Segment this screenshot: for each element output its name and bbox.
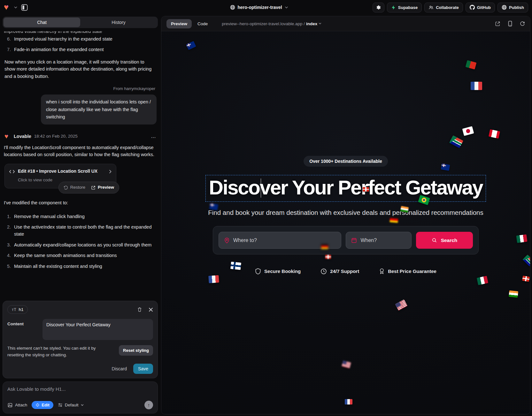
refresh-icon[interactable] xyxy=(520,21,525,26)
publish-globe-icon xyxy=(502,5,507,10)
edit-version-card[interactable]: Edit #18 • Improve Location Scroll UX Cl… xyxy=(4,164,116,188)
list-item: 6. Improved visual hierarchy in the expa… xyxy=(4,35,157,42)
flag-in-icon xyxy=(509,291,518,298)
list-item: 7. Fade-in animation for the expanded co… xyxy=(4,46,157,53)
flag-mx-icon xyxy=(516,234,528,243)
edit-mode-toggle[interactable]: Edit xyxy=(32,401,53,409)
chat-history-tabs: Chat History xyxy=(3,17,158,28)
reset-styling-button[interactable]: Reset styling xyxy=(119,345,153,356)
discard-button[interactable]: Discard xyxy=(112,366,127,371)
hero-title[interactable]: Discover Your Perfect Getaway xyxy=(209,176,483,199)
sidebar-toggle-button[interactable] xyxy=(20,3,29,12)
close-editor-button[interactable] xyxy=(149,307,153,312)
settings-button[interactable] xyxy=(373,3,384,12)
feature-secure-booking: Secure Booking xyxy=(255,268,301,275)
flag-de-icon xyxy=(321,244,328,249)
publish-button[interactable]: Publish xyxy=(497,3,528,12)
flag-ch-icon xyxy=(363,187,369,192)
search-button[interactable]: Search xyxy=(416,232,473,249)
feature-best-price: Best Price Guarantee xyxy=(379,268,436,275)
preview-url[interactable]: preview--hero-optimizer-travel.lovable.a… xyxy=(222,21,321,26)
features-row: Secure Booking 24/7 Support Best Price G… xyxy=(255,268,436,275)
tab-preview[interactable]: Preview xyxy=(166,19,192,28)
logo-chevron-down-icon[interactable] xyxy=(14,6,17,9)
mobile-view-icon[interactable] xyxy=(508,21,512,26)
assistant-list-modified: 1.Remove the manual click handling 2.Use… xyxy=(4,213,157,270)
chat-scroll-area[interactable]: Improved visual hierarchy in the expande… xyxy=(3,28,158,301)
project-chevron-down-icon xyxy=(285,6,288,9)
preview-panel: Preview Code preview--hero-optimizer-tra… xyxy=(161,16,530,414)
attach-button[interactable]: Attach xyxy=(7,403,27,408)
lovable-logo-heart-icon[interactable]: ♥ xyxy=(4,4,12,11)
composer-input[interactable]: Ask Lovable to modify H1... xyxy=(7,386,153,392)
delete-element-button[interactable] xyxy=(137,307,142,312)
award-icon xyxy=(379,268,385,275)
restore-preview-pill: Restore Preview xyxy=(58,182,119,193)
send-button[interactable]: ↑ xyxy=(144,401,153,409)
message-timestamp: 18:42 on Feb 20, 2025 xyxy=(34,133,78,140)
tab-history[interactable]: History xyxy=(80,18,157,27)
lovable-avatar-heart-icon: ♥ xyxy=(4,133,11,140)
shield-icon xyxy=(255,268,261,275)
element-tag: h1 xyxy=(19,307,23,312)
edit-card-title: Edit #18 • Improve Location Scroll UX xyxy=(18,168,97,175)
clock-icon xyxy=(320,268,327,275)
search-bar: Where to? When? Search xyxy=(213,226,479,254)
image-icon xyxy=(7,403,13,408)
tab-chat[interactable]: Chat xyxy=(4,18,80,27)
open-in-new-tab-icon[interactable] xyxy=(495,21,500,26)
save-button[interactable]: Save xyxy=(133,364,153,374)
when-input[interactable]: When? xyxy=(346,232,412,249)
h1-selection-box[interactable]: Discover Your Perfect Getaway xyxy=(205,175,486,202)
supabase-bolt-icon xyxy=(391,5,396,10)
chat-panel: Chat History Improved visual hierarchy i… xyxy=(0,15,160,416)
hero-section: Over 1000+ Destinations Available Discov… xyxy=(161,156,530,275)
message-more-menu[interactable]: ... xyxy=(151,133,156,140)
preview-viewport[interactable]: Over 1000+ Destinations Available Discov… xyxy=(161,31,530,414)
chevron-right-icon xyxy=(109,170,112,174)
flag-ch-icon xyxy=(325,255,331,259)
target-icon xyxy=(35,403,40,407)
styling-note: This element can't be styled. You can ed… xyxy=(7,345,106,359)
url-chevron-down-icon xyxy=(319,23,321,25)
list-item: 1.Remove the manual click handling xyxy=(4,213,157,220)
type-icon: ᴛT xyxy=(12,307,16,312)
assistant-message-header: ♥ Lovable 18:42 on Feb 20, 2025 ... xyxy=(4,133,156,140)
content-textarea[interactable]: Discover Your Perfect Getaway xyxy=(42,319,153,340)
preview-header: Preview Code preview--hero-optimizer-tra… xyxy=(161,16,530,31)
assistant-intro: I'll modify the LocationScroll component… xyxy=(4,144,157,158)
flag-ca-icon xyxy=(489,129,500,139)
hero-subtitle: Find and book your dream destination wit… xyxy=(208,209,483,216)
flag-fi-icon xyxy=(230,261,241,270)
globe-icon xyxy=(230,5,235,10)
list-item: 3.Automatically expand/collapse location… xyxy=(4,241,157,248)
message-author-label: From harrymckayroper xyxy=(4,86,155,92)
flag-fr-icon xyxy=(208,275,219,283)
flag-de-icon xyxy=(389,216,398,223)
list-item: 2.Use the activeIndex state to control b… xyxy=(4,223,157,238)
list-item: 5.Maintain all the existing content and … xyxy=(4,263,157,270)
collaborate-button[interactable]: Collaborate xyxy=(424,3,463,12)
calendar-icon xyxy=(351,237,357,243)
flag-us-icon xyxy=(395,299,407,311)
user-message-bubble: when i scroll into the individual locati… xyxy=(41,95,157,125)
assistant-list-top: 6. Improved visual hierarchy in the expa… xyxy=(4,35,157,53)
destinations-badge: Over 1000+ Destinations Available xyxy=(304,156,388,167)
flag-mx-icon xyxy=(477,276,488,285)
list-item: 4.Keep the same smooth animations and tr… xyxy=(4,252,157,259)
chevron-down-icon xyxy=(81,404,84,406)
project-switcher[interactable]: hero-optimizer-travel xyxy=(230,0,288,15)
mode-select[interactable]: Default xyxy=(58,403,84,407)
tab-code[interactable]: Code xyxy=(193,19,212,28)
element-tag-pill[interactable]: ᴛT h1 xyxy=(7,305,28,314)
supabase-button[interactable]: Supabase xyxy=(387,3,422,12)
preview-version-button[interactable]: Preview xyxy=(91,184,114,191)
flag-pt-icon xyxy=(466,60,477,69)
assistant-paragraph: Now when you click on a location image, … xyxy=(4,58,156,80)
github-button[interactable]: GitHub xyxy=(466,3,495,12)
composer: Ask Lovable to modify H1... Attach Edit xyxy=(3,382,158,413)
flag-au-icon xyxy=(186,41,196,50)
flag-jp-icon xyxy=(462,126,474,136)
restore-button[interactable]: Restore xyxy=(64,184,85,191)
search-icon xyxy=(432,238,437,243)
